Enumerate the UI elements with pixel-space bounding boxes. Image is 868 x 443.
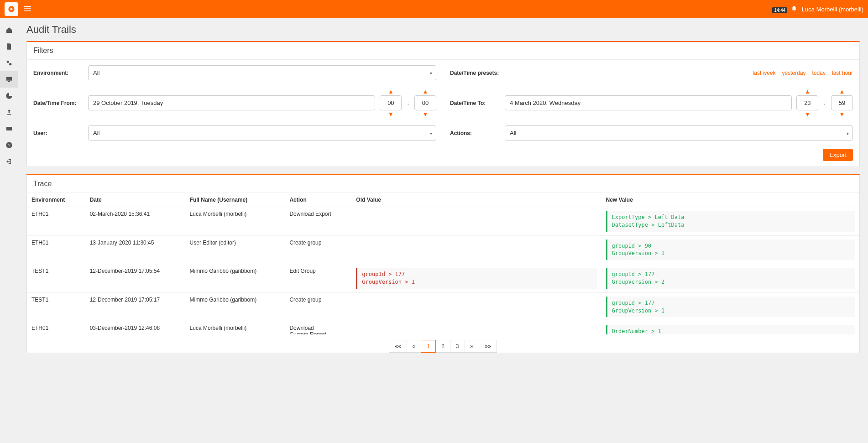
time-badge: 14:44 <box>772 7 787 13</box>
preset-today[interactable]: today <box>812 70 826 76</box>
page-first[interactable]: «« <box>389 340 407 353</box>
user-select[interactable]: All <box>88 125 436 141</box>
trace-header: Trace <box>27 175 859 193</box>
logout-icon[interactable] <box>0 153 18 170</box>
table-row: ETH0102-March-2020 15:36:41Luca Morbelli… <box>27 207 859 236</box>
page-last[interactable]: »» <box>479 340 497 353</box>
help-icon[interactable]: ? <box>0 137 18 153</box>
col-action: Action <box>285 193 351 207</box>
pagination: «« « 1 2 3 » »» <box>27 340 859 353</box>
col-date: Date <box>85 193 185 207</box>
svg-rect-4 <box>24 10 31 11</box>
page-2[interactable]: 2 <box>435 340 450 353</box>
new-value-box: OrderNumber > 1 ColumnCode > DataCode Co… <box>606 325 855 334</box>
svg-rect-9 <box>8 81 10 82</box>
col-env: Environment <box>27 193 85 207</box>
table-row: TEST112-December-2019 17:05:17Mimmo Gari… <box>27 292 859 321</box>
page-next[interactable]: » <box>465 340 480 353</box>
trace-panel: Trace Environment Date Full Name (Userna… <box>26 174 860 353</box>
filters-panel: Filters Environment: All Date/Time prese… <box>26 41 860 167</box>
table-row: TEST112-December-2019 17:05:54Mimmo Gari… <box>27 264 859 293</box>
presets-label: Date/Time presets: <box>450 70 505 76</box>
new-value-box: groupId > 177 GroupVersion > 1 <box>606 297 855 318</box>
new-value-box: groupId > 90 GroupVersion > 1 <box>606 240 855 261</box>
from-hour-up-icon[interactable]: ▲ <box>388 89 394 94</box>
environment-label: Environment: <box>33 70 88 76</box>
from-hour-input[interactable]: 00 <box>380 95 402 110</box>
to-hour-up-icon[interactable]: ▲ <box>805 89 810 94</box>
col-new: New Value <box>601 193 859 207</box>
page-prev[interactable]: « <box>407 340 422 353</box>
from-min-input[interactable]: 00 <box>414 95 436 110</box>
col-user: Full Name (Username) <box>185 193 285 207</box>
filters-header: Filters <box>27 42 859 60</box>
topbar: 14:44 Luca Morbelli (morbelli) <box>0 0 868 18</box>
svg-rect-8 <box>6 77 12 81</box>
from-hour-down-icon[interactable]: ▼ <box>388 111 394 117</box>
svg-point-7 <box>9 63 11 65</box>
main-content: Audit Trails Filters Environment: All Da… <box>18 18 868 443</box>
new-value-box: ExportType > Left Data DatasetType > Lef… <box>606 211 855 232</box>
gears-icon[interactable] <box>0 55 18 71</box>
document-icon[interactable] <box>0 38 18 55</box>
trace-table: Environment Date Full Name (Username) Ac… <box>27 193 859 334</box>
export-button[interactable]: Export <box>823 149 853 161</box>
upload-icon[interactable] <box>0 104 18 120</box>
page-1[interactable]: 1 <box>421 340 436 353</box>
from-min-down-icon[interactable]: ▼ <box>423 111 429 117</box>
svg-point-6 <box>7 61 9 63</box>
col-old: Old Value <box>351 193 601 207</box>
notification-bell[interactable]: 14:44 <box>772 5 797 13</box>
new-value-box: groupId > 177 GroupVersion > 2 <box>606 268 855 289</box>
from-date-input[interactable]: 29 October 2019, Tuesday <box>88 95 375 110</box>
to-label: Date/Time To: <box>450 100 505 106</box>
old-value-box: groupId > 177 GroupVersion > 1 <box>356 268 596 289</box>
to-hour-input[interactable]: 23 <box>796 95 818 110</box>
svg-point-5 <box>794 10 795 11</box>
card-icon[interactable] <box>0 120 18 137</box>
to-date-input[interactable]: 4 March 2020, Wednesday <box>505 95 792 110</box>
monitor-icon[interactable] <box>0 71 18 88</box>
preset-last-hour[interactable]: last hour <box>832 70 853 76</box>
home-icon[interactable] <box>0 22 18 38</box>
from-min-up-icon[interactable]: ▲ <box>423 89 429 94</box>
menu-toggle-icon[interactable] <box>24 5 31 14</box>
chart-icon[interactable] <box>0 88 18 104</box>
svg-rect-2 <box>24 6 31 6</box>
preset-yesterday[interactable]: yesterday <box>782 70 806 76</box>
trace-scroll[interactable]: Environment Date Full Name (Username) Ac… <box>27 193 859 334</box>
svg-text:?: ? <box>8 143 10 147</box>
current-user-label[interactable]: Luca Morbelli (morbelli) <box>802 6 863 13</box>
preset-last-week[interactable]: last week <box>753 70 776 76</box>
svg-point-1 <box>10 8 13 10</box>
from-label: Date/Time From: <box>33 100 88 106</box>
table-row: ETH0113-January-2020 11:30:45User Editor… <box>27 235 859 264</box>
svg-rect-11 <box>6 127 12 130</box>
actions-select[interactable]: All <box>505 125 853 141</box>
environment-select[interactable]: All <box>88 65 436 80</box>
user-label: User: <box>33 130 88 136</box>
sidebar: ? <box>0 18 18 443</box>
svg-rect-10 <box>7 114 11 115</box>
to-hour-down-icon[interactable]: ▼ <box>805 111 810 117</box>
app-logo[interactable] <box>5 2 18 16</box>
actions-label: Actions: <box>450 130 505 136</box>
to-min-down-icon[interactable]: ▼ <box>839 111 845 117</box>
page-title: Audit Trails <box>26 24 860 36</box>
page-3[interactable]: 3 <box>450 340 465 353</box>
svg-rect-3 <box>24 8 31 9</box>
to-min-up-icon[interactable]: ▲ <box>839 89 845 94</box>
table-row: ETH0103-December-2019 12:46:08Luca Morbe… <box>27 321 859 334</box>
to-min-input[interactable]: 59 <box>831 95 853 110</box>
